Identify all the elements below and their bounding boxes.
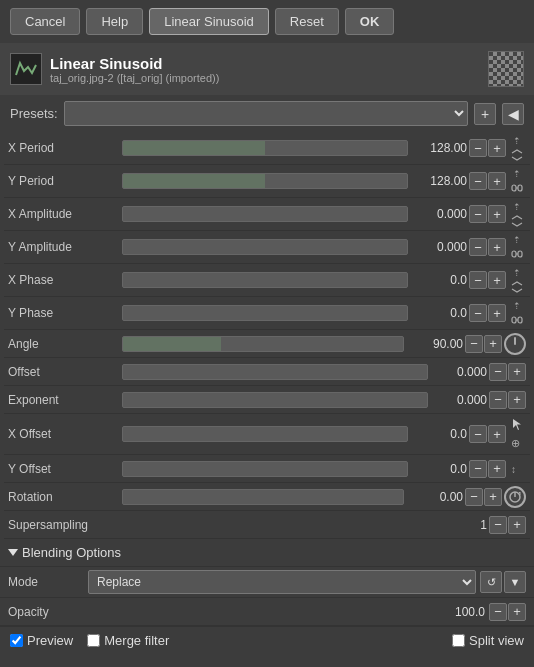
merge-label: Merge filter bbox=[104, 633, 169, 648]
param-row-offset: Offset0.000−+ bbox=[4, 358, 530, 386]
side-top-icon-x-phase[interactable]: ⇡ bbox=[508, 266, 526, 280]
active-filter-button[interactable]: Linear Sinusoid bbox=[149, 8, 269, 35]
side-bot-icon-x-amplitude[interactable] bbox=[508, 214, 526, 228]
param-minus-supersampling[interactable]: − bbox=[489, 516, 507, 534]
param-plus-exponent[interactable]: + bbox=[508, 391, 526, 409]
opacity-plus-button[interactable]: + bbox=[508, 603, 526, 621]
svg-rect-6 bbox=[512, 317, 516, 323]
side-top-icon-y-phase[interactable]: ⇡ bbox=[508, 299, 526, 313]
presets-menu-button[interactable]: ◀ bbox=[502, 103, 524, 125]
side-top-icon-y-period[interactable]: ⇡ bbox=[508, 167, 526, 181]
opacity-minus-button[interactable]: − bbox=[489, 603, 507, 621]
param-plus-x-phase[interactable]: + bbox=[488, 271, 506, 289]
param-minus-x-offset[interactable]: − bbox=[469, 425, 487, 443]
collapse-icon bbox=[8, 549, 18, 556]
param-minus-y-period[interactable]: − bbox=[469, 172, 487, 190]
param-slider-y-period[interactable] bbox=[122, 173, 408, 189]
param-minus-y-amplitude[interactable]: − bbox=[469, 238, 487, 256]
param-slider-x-amplitude[interactable] bbox=[122, 206, 408, 222]
side-top-icon-x-period[interactable]: ⇡ bbox=[508, 134, 526, 148]
blending-label: Blending Options bbox=[22, 545, 121, 560]
side-stacked-y-amplitude: ⇡ bbox=[508, 233, 526, 261]
params-section: X Period128.00−+⇡Y Period128.00−+⇡X Ampl… bbox=[0, 132, 534, 539]
param-plus-y-phase[interactable]: + bbox=[488, 304, 506, 322]
svg-text:↕: ↕ bbox=[511, 464, 516, 475]
preview-checkbox-label[interactable]: Preview bbox=[10, 633, 73, 648]
param-row-rotation: Rotation0.00−+ bbox=[4, 483, 530, 511]
param-slider-offset[interactable] bbox=[122, 364, 428, 380]
param-slider-x-offset[interactable] bbox=[122, 426, 408, 442]
param-plus-y-offset[interactable]: + bbox=[488, 460, 506, 478]
param-plus-rotation[interactable]: + bbox=[484, 488, 502, 506]
param-label-y-phase: Y Phase bbox=[8, 306, 118, 320]
side-bot-icon-x-phase[interactable] bbox=[508, 280, 526, 294]
blend-mode-row: Mode Replace ↺ ▼ bbox=[0, 567, 534, 598]
param-minus-angle[interactable]: − bbox=[465, 335, 483, 353]
presets-select[interactable] bbox=[64, 101, 468, 126]
blend-menu-button[interactable]: ▼ bbox=[504, 571, 526, 593]
split-checkbox[interactable] bbox=[452, 634, 465, 647]
move-icon[interactable]: ⊕ bbox=[508, 434, 526, 452]
side-bot-icon-y-phase[interactable] bbox=[508, 313, 526, 327]
param-minus-x-amplitude[interactable]: − bbox=[469, 205, 487, 223]
side-stacked-x-amplitude: ⇡ bbox=[508, 200, 526, 228]
side-top-icon-y-amplitude[interactable]: ⇡ bbox=[508, 233, 526, 247]
param-plus-y-period[interactable]: + bbox=[488, 172, 506, 190]
param-minus-x-phase[interactable]: − bbox=[469, 271, 487, 289]
param-slider-y-phase[interactable] bbox=[122, 305, 408, 321]
param-value-y-amplitude: 0.000 bbox=[412, 240, 467, 254]
side-bot-icon-y-amplitude[interactable] bbox=[508, 247, 526, 261]
presets-add-button[interactable]: + bbox=[474, 103, 496, 125]
param-slider-x-period[interactable] bbox=[122, 140, 408, 156]
blending-section-header[interactable]: Blending Options bbox=[0, 539, 534, 567]
side-stacked-y-period: ⇡ bbox=[508, 167, 526, 195]
param-label-exponent: Exponent bbox=[8, 393, 118, 407]
param-plus-supersampling[interactable]: + bbox=[508, 516, 526, 534]
merge-checkbox[interactable] bbox=[87, 634, 100, 647]
side-stacked-x-period: ⇡ bbox=[508, 134, 526, 162]
ok-button[interactable]: OK bbox=[345, 8, 395, 35]
help-button[interactable]: Help bbox=[86, 8, 143, 35]
y-offset-icon[interactable]: ↕ bbox=[508, 460, 526, 478]
param-minus-offset[interactable]: − bbox=[489, 363, 507, 381]
side-top-icon-x-amplitude[interactable]: ⇡ bbox=[508, 200, 526, 214]
preview-checkbox[interactable] bbox=[10, 634, 23, 647]
param-plus-x-amplitude[interactable]: + bbox=[488, 205, 506, 223]
param-slider-x-phase[interactable] bbox=[122, 272, 408, 288]
param-plus-angle[interactable]: + bbox=[484, 335, 502, 353]
bottom-bar: Preview Merge filter Split view bbox=[0, 626, 534, 654]
param-slider-rotation[interactable] bbox=[122, 489, 404, 505]
blend-opacity-value: 100.0 bbox=[455, 605, 485, 619]
param-minus-y-offset[interactable]: − bbox=[469, 460, 487, 478]
rotation-icon[interactable] bbox=[504, 486, 526, 508]
param-plus-x-period[interactable]: + bbox=[488, 139, 506, 157]
param-plus-x-offset[interactable]: + bbox=[488, 425, 506, 443]
param-controls-y-amplitude: −+ bbox=[469, 238, 506, 256]
param-minus-y-phase[interactable]: − bbox=[469, 304, 487, 322]
param-label-y-period: Y Period bbox=[8, 174, 118, 188]
param-slider-exponent[interactable] bbox=[122, 392, 428, 408]
side-stacked-y-phase: ⇡ bbox=[508, 299, 526, 327]
param-minus-x-period[interactable]: − bbox=[469, 139, 487, 157]
split-checkbox-label[interactable]: Split view bbox=[452, 633, 524, 648]
param-row-exponent: Exponent0.000−+ bbox=[4, 386, 530, 414]
param-slider-y-amplitude[interactable] bbox=[122, 239, 408, 255]
param-controls-offset: −+ bbox=[489, 363, 526, 381]
blend-mode-select[interactable]: Replace bbox=[88, 570, 476, 594]
param-plus-y-amplitude[interactable]: + bbox=[488, 238, 506, 256]
side-bot-icon-x-period[interactable] bbox=[508, 148, 526, 162]
param-slider-y-offset[interactable] bbox=[122, 461, 408, 477]
param-minus-exponent[interactable]: − bbox=[489, 391, 507, 409]
reset-button[interactable]: Reset bbox=[275, 8, 339, 35]
side-bot-icon-y-period[interactable] bbox=[508, 181, 526, 195]
param-slider-angle[interactable] bbox=[122, 336, 404, 352]
merge-checkbox-label[interactable]: Merge filter bbox=[87, 633, 169, 648]
pointer-icon[interactable] bbox=[508, 416, 526, 434]
cancel-button[interactable]: Cancel bbox=[10, 8, 80, 35]
param-label-angle: Angle bbox=[8, 337, 118, 351]
angle-circle-icon[interactable] bbox=[504, 333, 526, 355]
param-minus-rotation[interactable]: − bbox=[465, 488, 483, 506]
param-plus-offset[interactable]: + bbox=[508, 363, 526, 381]
blend-reset-button[interactable]: ↺ bbox=[480, 571, 502, 593]
svg-text:⊕: ⊕ bbox=[511, 437, 520, 449]
